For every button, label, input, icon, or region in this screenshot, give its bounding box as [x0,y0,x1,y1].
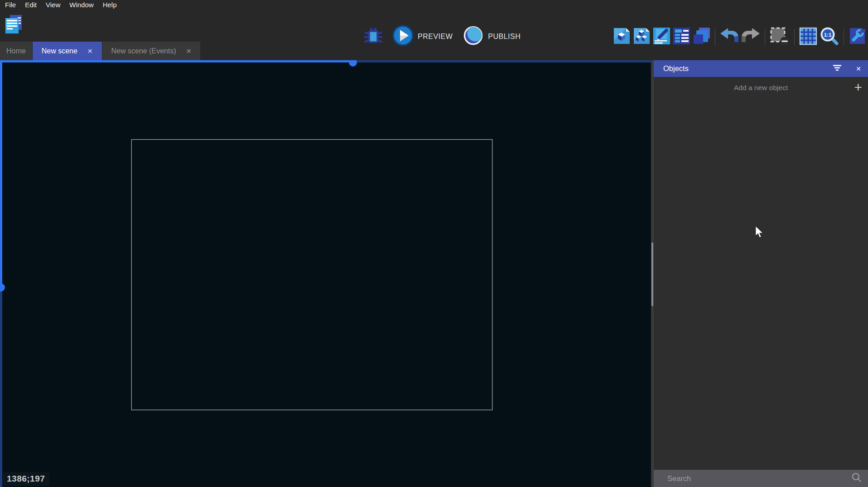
menu-bar: File Edit View Window Help [0,0,868,10]
gdevelop-window: File Edit View Window Help [0,0,868,487]
menu-window[interactable]: Window [65,0,98,10]
scene-properties-button[interactable] [848,27,867,47]
properties-pencil-icon [652,27,671,47]
scene-window-frame [131,139,492,410]
tab-close-icon[interactable]: ✕ [186,48,192,55]
toolbar: PREVIEW PUBLISH [0,10,868,40]
redo-icon [741,27,761,47]
tab-new-scene-events[interactable]: New scene (Events) ✕ [102,42,201,60]
tab-home[interactable]: Home [0,42,32,60]
objects-editor-button[interactable] [612,27,631,47]
preview-label: PREVIEW [418,33,453,41]
filter-button[interactable] [833,64,842,73]
search-input[interactable] [667,474,851,483]
objects-list-empty[interactable] [654,98,868,470]
undo-button[interactable] [719,27,739,47]
toolbar-separator [765,29,765,45]
tab-label: New scene [42,47,77,55]
menu-edit[interactable]: Edit [20,0,41,10]
add-new-object-label: Add a new object [734,84,788,92]
toolbar-separator [794,29,795,45]
publish-label: PUBLISH [488,33,521,41]
panel-close-icon[interactable]: ✕ [856,65,861,72]
objects-panel: Objects ✕ Add a new object + [654,60,868,487]
redo-button[interactable] [741,27,761,47]
objects-editor-icon [612,27,631,47]
toolbar-right-group: 1:1 [612,26,867,48]
tab-new-scene[interactable]: New scene ✕ [33,42,102,60]
main-area: 1386;197 Objects ✕ [0,60,868,487]
zoom-ratio-label: 1:1 [824,32,832,38]
plus-icon: + [854,80,862,94]
object-groups-button[interactable] [632,27,651,47]
zoom-1-1-button[interactable]: 1:1 [819,26,839,48]
preview-play-icon [392,25,414,48]
menu-file[interactable]: File [0,0,20,10]
tab-label: Home [6,47,26,55]
deselect-icon [769,26,790,48]
filter-icon [833,64,842,73]
undo-icon [719,27,739,47]
search-icon [851,472,862,485]
grid-button[interactable] [799,27,818,48]
deselect-button[interactable] [769,26,790,48]
zoom-1-1-icon: 1:1 [819,26,839,48]
canvas-horizontal-scrollbar[interactable] [0,60,651,62]
menu-view[interactable]: View [41,0,65,10]
scene-properties-wrench-icon [848,27,867,47]
search-bar [654,470,868,487]
layers-button[interactable] [692,27,711,47]
tab-label: New scene (Events) [111,47,176,55]
vertical-scrollbar-thumb[interactable] [651,243,653,306]
grid-icon [799,27,818,48]
scene-canvas[interactable]: 1386;197 [0,60,651,487]
project-manager-button[interactable] [4,15,24,36]
objects-panel-header: Objects ✕ [654,60,868,77]
publish-globe-icon [463,25,484,48]
debug-icon [364,27,382,47]
toolbar-separator [844,29,844,45]
tab-close-icon[interactable]: ✕ [87,48,93,55]
instances-list-button[interactable] [672,27,691,47]
left-scrollbar-thumb[interactable] [0,283,5,291]
objects-panel-title: Objects [663,64,833,73]
publish-button[interactable]: PUBLISH [463,25,521,48]
properties-button[interactable] [652,27,671,47]
toolbar-separator [715,29,715,45]
canvas-left-scrollbar[interactable] [0,60,2,487]
menu-help[interactable]: Help [98,0,121,10]
instances-list-icon [672,27,691,47]
object-groups-icon [632,27,651,47]
add-new-object-button[interactable]: Add a new object + [654,77,868,98]
horizontal-scrollbar-thumb[interactable] [349,60,357,67]
project-manager-icon [4,14,24,37]
layers-icon [692,27,711,47]
toolbar-center-group: PREVIEW PUBLISH [364,25,521,48]
editor-vertical-scrollbar[interactable] [651,60,654,487]
preview-button[interactable]: PREVIEW [392,25,453,48]
debug-button[interactable] [364,27,382,47]
cursor-coordinates: 1386;197 [3,472,49,486]
